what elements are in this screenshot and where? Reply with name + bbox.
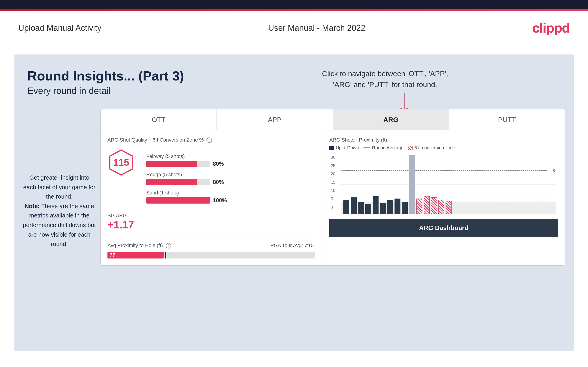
fairway-label: Fairway (5 shots)	[146, 153, 315, 159]
chart-title: ARG Shots - Proximity (ft)	[329, 137, 387, 143]
fairway-bar-bg	[146, 161, 210, 167]
proximity-bar-value: 77'	[110, 252, 117, 258]
chart-bar	[373, 196, 379, 214]
rough-bar-fill	[146, 179, 197, 185]
y-label-25: 25	[331, 163, 335, 168]
right-panel-header: ARG Shots - Proximity (ft) Up & Down Rou…	[329, 137, 558, 150]
rough-label: Rough (5 shots)	[146, 172, 315, 178]
sand-label: Sand (1 shots)	[146, 190, 315, 196]
left-panel: ARG Shot Quality 6ft Conversion Zone % ?…	[101, 130, 322, 265]
y-label-20: 20	[331, 172, 335, 176]
chart-bar	[351, 197, 357, 214]
rough-pct: 80%	[213, 179, 227, 185]
pga-avg: ↑ PGA Tour Avg: 7'10"	[267, 242, 315, 249]
rough-bar-bg	[146, 179, 210, 185]
chart-bar	[387, 200, 393, 214]
chart-bar	[365, 204, 371, 214]
y-label-10: 10	[331, 188, 335, 193]
hexagon: 115	[107, 149, 135, 176]
hexagon-value: 115	[113, 157, 129, 168]
sg-value: +1.17	[107, 219, 315, 231]
top-bar	[0, 0, 588, 9]
legend-square-icon	[329, 146, 334, 150]
sand-bar-bg	[146, 197, 210, 204]
left-description: Get greater insight into each facet of y…	[23, 173, 96, 249]
fairway-bar-fill	[146, 161, 197, 167]
sand-bar-fill	[146, 197, 210, 204]
arg-quality-label: ARG Shot Quality	[107, 137, 147, 143]
y-label-5: 5	[331, 197, 335, 201]
chart-bar-hatch	[446, 201, 451, 214]
proximity-bar-track: 77'	[107, 252, 315, 259]
legend-hatch-icon	[408, 146, 413, 150]
chart-bar-hatch	[416, 199, 422, 214]
header-title: User Manual - March 2022	[268, 23, 365, 33]
arg-dashboard-button[interactable]: ARG Dashboard	[329, 219, 558, 237]
chart-bar-tall	[409, 155, 415, 214]
y-label-30: 30	[331, 155, 335, 160]
header: Upload Manual Activity User Manual - Mar…	[0, 11, 588, 45]
proximity-bar-fill: 77'	[107, 252, 164, 259]
sand-bar-row: Sand (1 shots) 100%	[146, 190, 315, 204]
chart-legend: Up & Down Round Average 6 ft conversion …	[329, 145, 558, 150]
tab-ott[interactable]: OTT	[101, 109, 217, 130]
bars-section: Fairway (5 shots) 80% Rough (5 shots)	[146, 153, 315, 208]
chart-area: 8	[341, 155, 556, 214]
legend-conversion-zone: 6 ft conversion zone	[408, 145, 455, 150]
legend-up-down: Up & Down	[329, 145, 359, 150]
proximity-label: Avg Proximity to Hole (ft) ?	[107, 242, 171, 249]
copyright: Copyright Clippd 2021	[0, 360, 588, 367]
chart-bar	[395, 199, 400, 214]
legend-round-avg: Round Average	[363, 145, 404, 150]
conversion-zone-label: 6ft Conversion Zone % ?	[153, 137, 212, 143]
chart-bar-hatch	[424, 196, 430, 214]
chart-bar	[343, 200, 349, 214]
legend-conversion-label: 6 ft conversion zone	[414, 145, 455, 150]
legend-dashed-icon	[363, 148, 370, 148]
fairway-pct: 80%	[213, 161, 227, 167]
y-label-15: 15	[331, 180, 335, 185]
y-label-0: 0	[331, 205, 335, 210]
proximity-cursor	[165, 252, 166, 259]
navigation-hint: Click to navigate between 'OTT', 'APP', …	[322, 68, 448, 90]
legend-up-down-label: Up & Down	[336, 145, 359, 150]
fairway-bar-row: Fairway (5 shots) 80%	[146, 153, 315, 167]
tab-app[interactable]: APP	[217, 109, 333, 130]
panel-body: ARG Shot Quality 6ft Conversion Zone % ?…	[101, 130, 565, 265]
clippd-logo: clippd	[532, 20, 570, 36]
chart-bar	[402, 202, 408, 214]
page-subtitle: Every round in detail	[27, 86, 561, 96]
sg-section: SG ARG +1.17	[107, 213, 315, 231]
proximity-section: Avg Proximity to Hole (ft) ? ↑ PGA Tour …	[107, 238, 315, 259]
sg-label: SG ARG	[107, 213, 315, 219]
chart-bar-hatch	[431, 197, 437, 214]
chart-bar	[358, 202, 364, 214]
tab-putt[interactable]: PUTT	[449, 109, 565, 130]
tab-arg[interactable]: ARG	[333, 109, 449, 130]
page-title: Round Insights... (Part 3)	[27, 68, 561, 83]
accent-bar	[0, 9, 588, 11]
round-insights-panel: OTT APP ARG PUTT ARG Shot Quality 6ft Co…	[100, 109, 565, 266]
tab-bar: OTT APP ARG PUTT	[101, 109, 565, 130]
legend-round-avg-label: Round Average	[372, 145, 404, 150]
upload-manual-activity-link[interactable]: Upload Manual Activity	[18, 23, 101, 33]
rough-bar-row: Rough (5 shots) 80%	[146, 172, 315, 185]
proximity-info-icon[interactable]: ?	[166, 243, 171, 249]
info-icon[interactable]: ?	[207, 137, 212, 143]
chart-bar-hatch	[438, 200, 444, 214]
right-panel: ARG Shots - Proximity (ft) Up & Down Rou…	[322, 130, 565, 265]
chart-bar	[380, 203, 386, 214]
chart-bars	[341, 155, 556, 214]
main-content: Round Insights... (Part 3) Every round i…	[14, 54, 574, 351]
sand-pct: 100%	[213, 197, 227, 204]
